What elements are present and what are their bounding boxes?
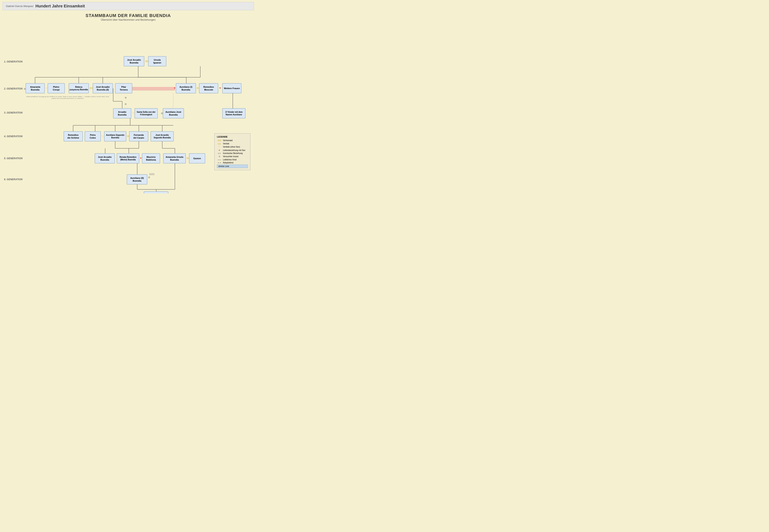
legend-item-bio-child: —— Leibliches Kind [217,159,248,161]
legend-incest-icon: ⊗⊗ [217,152,222,154]
person-amaranta-ursula: Amaranta UrsulaBuendia [163,153,186,163]
person-jose-arcadio-1: José ArcadioBuendia [124,56,144,66]
legend-love-nosex-label: Verliebt (ohne Sex) [223,146,240,148]
incest-icon: ⊗ [148,176,150,179]
person-pilar: PilarTernera [115,83,132,93]
legend-engaged-label: Verlobt [223,143,229,145]
legend-married-label: Verheiratet [223,139,232,142]
person-ursula: UrsulaIguaran [148,56,166,66]
person-aureliano-segundo: Aureliano SegundoBuendia [104,131,126,141]
no-sex-icon-3: ⊗ [125,103,127,106]
love-icon-petra: ♡ [102,135,104,138]
person-petra-cotes: PetraCotes [85,131,101,141]
person-aureliano-3: Aureliano (III)Buendia(mit Schweineschwa… [144,191,168,193]
person-aureliano-jose: Aureliano JosèBuendia [163,108,184,118]
gen3-label: 3. GENERATION [4,111,22,114]
person-rebeca: Rebeca(adoptierte) Buendia [69,83,89,93]
legend-title: LEGENDE [217,136,248,138]
legend-direct: direkte Linie [217,165,248,168]
legend-bio-label: Leibliches Kind [223,159,236,161]
person-pietro: PietroCrespi [48,83,65,93]
sub-title: Übersicht über Nachkommen und Beziehunge… [0,18,256,21]
legend-love-sex-icon: ♥ [217,149,222,151]
love-icon-arcadio: ♡ [132,112,135,115]
legend-adopted-icon: •···• [217,162,222,164]
svg-line-12 [173,105,173,108]
love-sex-icon-2: ♥ [219,86,221,90]
person-jose-arcadio-2: José ArcadioBuendia (II) [93,83,113,93]
person-remedios-schone: Remediosdie Schöne [64,131,83,141]
header-author: Gabriel Garcia Marquez [6,5,33,8]
legend-engaged-icon: ◎◎ [217,143,222,145]
love-sex-icon-meme: ♥ [140,157,142,160]
person-fernanda: Fernandadel Carpio [129,131,148,141]
gen2-label: 2. GENERATION [4,87,22,90]
legend-item-adopted: •···• Adoptivkind [217,162,248,164]
header-title: Hundert Jahre Einsamkeit [35,4,85,8]
bars-symbol: |||||||||| [149,173,154,175]
person-aureliano-1: Aureliano (I)Buendia [176,83,196,93]
legend-attempted-icon: ⊗ [217,155,222,158]
legend: LEGENDE ⊙⊙ Verheiratet ◎◎ Verlobt ♡ Verl… [214,133,250,170]
person-jose-arcadio-5: José ArcadioBuendia [95,153,115,163]
person-mauricio: MauricioBabilonia [142,153,160,163]
person-jose-arcardio-segundo: José ArcardioSegundo Buendia [151,131,174,141]
gen4-label: 4. GENERATION [4,135,22,138]
person-remedios-moscote: RemediosMoscote [199,83,218,93]
legend-incest-label: Inzestuöse Beziehung [223,152,242,154]
legend-item-married: ⊙⊙ Verheiratet [217,139,248,142]
person-gaston: Gaston [189,153,205,163]
legend-love-sex-label: Liebesbeziehung mit Sex [223,149,245,151]
legend-item-attempted: ⊗ Versuchter Inzest [217,155,248,158]
legend-item-engaged: ◎◎ Verlobt [217,143,248,145]
person-arcadio: ArcadioBuendia [113,108,131,118]
legend-item-love-nosex: ♡ Verliebt (ohne Sex) [217,146,248,148]
gen1-label: 1. GENERATION [4,60,22,63]
chart-area: 1. GENERATION 2. GENERATION 3. GENERATIO… [2,23,254,193]
main-title: STAMMBAUM DER FAMILIE BUENDIA [0,13,256,18]
no-sex-icon-2: ⊗ [125,96,127,99]
legend-item-love-sex: ♥ Liebesbeziehung mit Sex [217,149,248,151]
legend-attempted-label: Versuchter Inzest [223,155,238,158]
person-weitere-frauen: Weitere Frauen [222,83,241,93]
pink-relation-bar [132,87,175,91]
header-bar: Gabriel Garcia Marquez Hundert Jahre Ein… [2,2,254,10]
gen5-label: 5. GENERATION [4,157,22,160]
legend-item-incest: ⊗⊗ Inzestuöse Beziehung [217,152,248,154]
person-17-kinder: 17 Kinder mit demNamen Aureliano [222,108,245,118]
person-meme: Renata Remedios(Meme) Buendia [117,153,139,163]
legend-love-nosex-icon: ♡ [217,146,222,148]
legend-adopted-label: Adoptivkind [223,162,233,164]
person-amaranta: AmarantaBuendia [26,83,45,93]
legend-bio-icon: —— [217,159,222,161]
person-santa-sofia: Santa Sofia von derFrömmigkeit [135,108,158,118]
annotation-text: leidenschaftliche Zuneigung des Neffens … [26,96,110,99]
love-sex-icon-1: ♥ [174,86,175,90]
legend-married-icon: ⊙⊙ [217,139,222,142]
person-aureliano-2: Aureliano (II)Buendia [127,174,147,184]
gen6-label: 6. GENERATION [4,178,22,181]
